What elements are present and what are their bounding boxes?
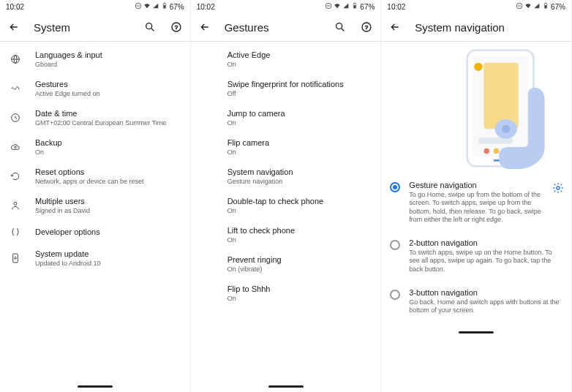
list-item[interactable]: Date & timeGMT+02:00 Central European Su… <box>0 103 190 132</box>
list-item[interactable]: Flip to ShhhOn <box>191 279 381 308</box>
item-subtitle: Gboard <box>35 61 180 68</box>
signal-icon <box>342 2 350 11</box>
battery-icon <box>161 2 168 11</box>
svg-line-6 <box>151 29 154 31</box>
page-title: System <box>34 21 130 34</box>
item-icon <box>7 141 23 153</box>
dnd-icon <box>325 2 332 11</box>
option-title: 3-button navigation <box>409 288 564 297</box>
item-icon <box>7 83 23 94</box>
list-item[interactable]: Prevent ringingOn (vibrate) <box>191 249 381 279</box>
list-item[interactable]: Languages & inputGboard <box>0 45 190 74</box>
option-title: Gesture navigation <box>409 181 543 189</box>
dnd-icon <box>516 2 523 11</box>
item-subtitle: Active Edge turned on <box>35 90 180 97</box>
back-button[interactable] <box>388 20 402 34</box>
radio-option[interactable]: 2-button navigationTo switch apps, swipe… <box>381 231 571 281</box>
status-icons: 67% <box>135 2 184 11</box>
item-subtitle: On <box>35 148 180 156</box>
list-item[interactable]: System updateUpdated to Android 10 <box>0 244 190 273</box>
navbar[interactable] <box>191 376 381 392</box>
screen-system: 10:02 67% System ? Languages & inputGboa… <box>0 0 191 392</box>
page-title: System navigation <box>415 21 564 34</box>
battery-icon <box>351 2 358 11</box>
svg-point-20 <box>336 23 342 29</box>
back-button[interactable] <box>7 20 20 34</box>
list-item[interactable]: Jump to cameraOn <box>191 103 381 132</box>
item-title: Multiple users <box>35 197 180 206</box>
list-item[interactable]: Swipe fingerprint for notificationsOff <box>191 74 381 103</box>
item-subtitle: Updated to Android 10 <box>35 260 180 267</box>
search-button[interactable] <box>334 20 347 34</box>
radio-button[interactable] <box>390 182 400 192</box>
svg-point-35 <box>494 148 500 154</box>
battery-pct: 67% <box>360 3 375 11</box>
signal-icon <box>152 2 159 11</box>
search-button[interactable] <box>143 20 157 34</box>
svg-rect-18 <box>354 3 355 4</box>
item-title: System navigation <box>227 167 371 176</box>
list-item[interactable]: Lift to check phoneOn <box>191 220 381 249</box>
nav-pill[interactable] <box>459 331 494 333</box>
option-title: 2-button navigation <box>409 238 564 247</box>
list-item[interactable]: GesturesActive Edge turned on <box>0 74 190 103</box>
item-subtitle: On <box>227 236 371 244</box>
appbar: System ? <box>0 13 190 41</box>
item-title: System update <box>35 249 180 258</box>
item-title: Flip camera <box>227 138 371 147</box>
list-item[interactable]: Reset optionsNetwork, apps or device can… <box>0 162 190 191</box>
radio-button[interactable] <box>390 240 400 250</box>
item-subtitle: Gesture navigation <box>227 178 371 185</box>
list-item[interactable]: System navigationGesture navigation <box>191 162 381 191</box>
svg-point-5 <box>146 23 151 29</box>
item-subtitle: GMT+02:00 Central European Summer Time <box>35 119 180 127</box>
screen-gestures: 10:02 67% Gestures ? Active EdgeOnSwipe … <box>191 0 382 392</box>
svg-rect-3 <box>164 3 165 4</box>
svg-point-41 <box>557 186 560 189</box>
svg-rect-28 <box>545 5 547 8</box>
option-desc: To switch apps, swipe up on the Home but… <box>409 249 564 274</box>
page-title: Gestures <box>225 21 321 34</box>
svg-rect-4 <box>163 5 165 8</box>
svg-point-34 <box>483 148 489 154</box>
navbar[interactable] <box>0 376 190 392</box>
clock: 10:02 <box>6 3 24 11</box>
item-subtitle: On <box>227 119 371 127</box>
nav-pill[interactable] <box>268 385 304 388</box>
system-list: Languages & inputGboardGesturesActive Ed… <box>0 42 190 376</box>
list-item[interactable]: Developer options <box>0 220 190 244</box>
nav-pill[interactable] <box>78 385 113 388</box>
dnd-icon <box>135 2 142 11</box>
appbar: Gestures ? <box>191 13 381 41</box>
clock: 10:02 <box>197 3 215 11</box>
list-item[interactable]: Active EdgeOn <box>191 45 381 74</box>
radio-button[interactable] <box>390 290 400 300</box>
svg-point-40 <box>502 125 510 133</box>
item-icon <box>7 252 23 264</box>
item-subtitle: On (vibrate) <box>227 265 371 273</box>
svg-rect-19 <box>354 5 356 8</box>
gear-icon[interactable] <box>552 182 564 194</box>
radio-option[interactable]: 3-button navigationGo back, Home and swi… <box>381 281 571 323</box>
item-title: Backup <box>35 138 180 147</box>
help-button[interactable]: ? <box>360 20 373 34</box>
list-item[interactable]: Double-tap to check phoneOn <box>191 191 381 220</box>
screen-system-navigation: 10:02 67% System navigation <box>381 0 572 392</box>
item-title: Flip to Shhh <box>227 284 371 293</box>
status-icons: 67% <box>516 2 565 11</box>
svg-point-32 <box>474 63 482 71</box>
signal-icon <box>533 2 541 11</box>
back-button[interactable] <box>198 20 211 34</box>
illustration <box>381 42 571 173</box>
clock: 10:02 <box>387 3 405 11</box>
list-item[interactable]: Multiple usersSigned in as David <box>0 191 190 220</box>
navbar[interactable] <box>381 322 571 338</box>
wifi-icon <box>524 2 532 11</box>
list-item[interactable]: Flip cameraOn <box>191 132 381 162</box>
help-button[interactable]: ? <box>170 20 183 34</box>
list-item[interactable]: BackupOn <box>0 132 190 162</box>
radio-option[interactable]: Gesture navigationTo go Home, swipe up f… <box>381 173 571 231</box>
gesture-illustration <box>440 46 564 170</box>
statusbar: 10:02 67% <box>0 0 190 13</box>
item-title: Developer options <box>35 227 180 236</box>
